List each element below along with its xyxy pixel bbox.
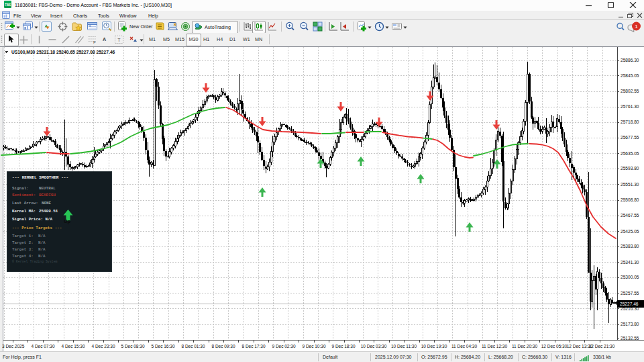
svg-text:3 Dec 2025: 3 Dec 2025 (2, 344, 25, 349)
svg-text:25257.55: 25257.55 (621, 291, 639, 296)
svg-text:© Kernel Trading System: © Kernel Trading System (12, 259, 58, 263)
svg-text:Target 2: N/A: Target 2: N/A (12, 240, 46, 245)
svg-text:25718.80: 25718.80 (621, 120, 639, 124)
svg-text:25300.05: 25300.05 (621, 275, 639, 279)
svg-text:Kernel MA:: Kernel MA: (12, 209, 36, 214)
svg-text:8 Dec 09:30: 8 Dec 09:30 (211, 344, 235, 349)
svg-text:9 Dec 02:30: 9 Dec 02:30 (272, 344, 295, 349)
svg-text:25677.55: 25677.55 (621, 135, 639, 140)
svg-text:12 Dec 05:30: 12 Dec 05:30 (541, 344, 568, 349)
svg-text:25383.80: 25383.80 (621, 244, 639, 248)
svg-text:Signal Price: N/A: Signal Price: N/A (12, 217, 53, 222)
svg-text:5 Dec 08:30: 5 Dec 08:30 (121, 344, 144, 349)
svg-text:NEUTRAL: NEUTRAL (39, 186, 56, 191)
svg-text:25845.05: 25845.05 (621, 73, 639, 78)
svg-text:25886.30: 25886.30 (621, 58, 639, 62)
svg-text:25173.80: 25173.80 (621, 322, 639, 326)
svg-text:NONE: NONE (42, 201, 52, 206)
svg-text:BEARISH: BEARISH (39, 193, 56, 197)
svg-text:US100,M30 25231.18 25240.65 2: US100,M30 25231.18 25240.65 25227.08 252… (11, 50, 115, 55)
svg-text:8 Dec 01:30: 8 Dec 01:30 (181, 344, 205, 349)
svg-text:5 Dec 16:30: 5 Dec 16:30 (151, 344, 174, 349)
svg-text:25761.30: 25761.30 (621, 104, 639, 109)
svg-text:Target 4: N/A: Target 4: N/A (12, 254, 46, 259)
svg-text:Target 1: N/A: Target 1: N/A (12, 234, 46, 238)
svg-text:Target 3: N/A: Target 3: N/A (12, 247, 46, 252)
svg-text:9 Dec 10:30: 9 Dec 10:30 (302, 344, 325, 349)
svg-text:10 Dec 03:30: 10 Dec 03:30 (361, 344, 387, 349)
svg-text:25593.80: 25593.80 (621, 166, 639, 171)
svg-text:Up: Up (64, 218, 70, 224)
svg-text:Last Arrow:: Last Arrow: (12, 201, 38, 206)
svg-text:25467.55: 25467.55 (621, 213, 639, 218)
svg-text:T: T (117, 38, 121, 42)
svg-text:25551.30: 25551.30 (621, 182, 639, 187)
svg-text:4 Dec 15:30: 4 Dec 15:30 (61, 344, 85, 349)
svg-text:11 Dec 12:30: 11 Dec 12:30 (482, 344, 508, 349)
svg-text:FBS: FBS (5, 3, 11, 7)
svg-text:4 Dec 23:30: 4 Dec 23:30 (91, 344, 115, 349)
svg-text:10 Dec 11:30: 10 Dec 11:30 (391, 344, 417, 349)
svg-text:25425.05: 25425.05 (621, 229, 639, 234)
svg-text:4 Dec 07:30: 4 Dec 07:30 (31, 344, 54, 349)
svg-text:10 Dec 19:30: 10 Dec 19:30 (421, 344, 447, 349)
svg-text:11 Dec 04:30: 11 Dec 04:30 (451, 344, 478, 349)
svg-text:25132.55: 25132.55 (621, 336, 639, 341)
svg-text:F: F (93, 40, 96, 44)
svg-text:11 Dec 20:30: 11 Dec 20:30 (512, 344, 538, 349)
svg-text:25802.55: 25802.55 (621, 89, 639, 93)
svg-text:12 Dec 21:30: 12 Dec 21:30 (589, 344, 615, 349)
svg-text:8 Dec 17:30: 8 Dec 17:30 (241, 344, 265, 349)
svg-text:Signal:: Signal: (12, 186, 29, 191)
svg-text:25635.05: 25635.05 (621, 151, 639, 156)
svg-text:1: 1 (635, 24, 638, 30)
svg-text:--- Price Targets ---: --- Price Targets --- (12, 226, 62, 230)
svg-text:Sentiment:: Sentiment: (12, 193, 36, 197)
svg-text:25400.51: 25400.51 (39, 209, 58, 214)
svg-text:25508.80: 25508.80 (621, 197, 639, 202)
svg-text:25341.30: 25341.30 (621, 260, 639, 265)
svg-text:--- KERNEL SMOOTHER ---: --- KERNEL SMOOTHER --- (12, 175, 68, 180)
svg-text:9 Dec 18:30: 9 Dec 18:30 (331, 344, 355, 349)
svg-text:25227.46: 25227.46 (620, 302, 639, 306)
